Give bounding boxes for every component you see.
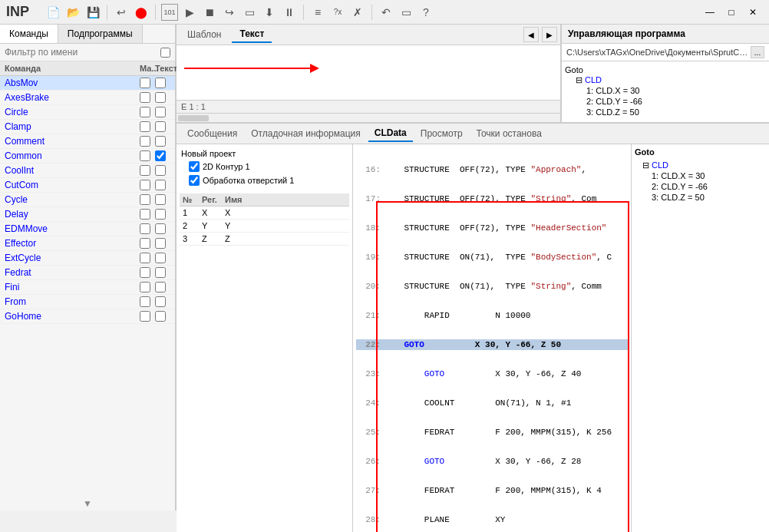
- cmd-name[interactable]: Cycle: [5, 194, 140, 205]
- open-file-icon[interactable]: 📂: [64, 4, 81, 21]
- tab-commands[interactable]: Команды: [0, 25, 58, 43]
- tab-cldata[interactable]: CLData: [368, 125, 413, 142]
- cmd-name[interactable]: Comment: [5, 136, 140, 147]
- cmd-text-check[interactable]: [155, 238, 166, 249]
- cmd-ma-check[interactable]: [140, 165, 150, 176]
- table-row[interactable]: Cycle: [0, 193, 175, 207]
- cmd-text-check[interactable]: [155, 194, 166, 205]
- cmd-ma-check[interactable]: [140, 136, 150, 147]
- cmd-name[interactable]: Delay: [5, 209, 140, 220]
- down-icon[interactable]: ⬇: [261, 4, 278, 21]
- proj-item-drill[interactable]: Обработка отверстий 1: [187, 173, 349, 187]
- filter-input[interactable]: [5, 47, 157, 58]
- scrollbar-thumb[interactable]: [178, 115, 209, 121]
- cmd-ma-check[interactable]: [140, 121, 150, 132]
- proj-item-2d[interactable]: 2D Контур 1: [187, 160, 349, 173]
- play-icon[interactable]: ▶: [181, 4, 198, 21]
- tree-label-cld[interactable]: CLD: [585, 75, 602, 84]
- cmd-ma-check[interactable]: [140, 253, 150, 263]
- help-icon[interactable]: ?: [418, 4, 434, 21]
- table-row[interactable]: GoHome: [0, 309, 175, 324]
- cmd-ma-check[interactable]: [140, 311, 150, 322]
- cmd-text-check[interactable]: [155, 282, 166, 292]
- table-row[interactable]: Common: [0, 149, 175, 164]
- stop-icon[interactable]: ⏹: [201, 4, 218, 21]
- cmd-text-check[interactable]: [155, 92, 166, 103]
- cmd-name[interactable]: Effector: [5, 238, 140, 249]
- cmd-ma-check[interactable]: [140, 78, 150, 88]
- list-icon[interactable]: ≡: [309, 4, 326, 21]
- rect2-icon[interactable]: ▭: [398, 4, 414, 21]
- program-path-browse-button[interactable]: ...: [751, 46, 764, 58]
- table-row[interactable]: AxesBrake: [0, 91, 175, 105]
- table-row[interactable]: From: [0, 295, 175, 309]
- cmd-name[interactable]: Circle: [5, 107, 140, 117]
- cmd-ma-check[interactable]: [140, 180, 150, 190]
- cmd-name[interactable]: AbsMov: [5, 78, 140, 88]
- cmd-text-check[interactable]: [155, 223, 166, 234]
- cmd-text-check[interactable]: [155, 311, 166, 322]
- close-x-icon[interactable]: ✗: [349, 4, 366, 21]
- table-row[interactable]: ExtCycle: [0, 251, 175, 266]
- tab-messages[interactable]: Сообщения: [181, 126, 243, 141]
- tab-template[interactable]: Шаблон: [180, 27, 229, 42]
- table-row[interactable]: AbsMov: [0, 76, 175, 91]
- table-row[interactable]: Comment: [0, 134, 175, 149]
- cmd-name[interactable]: Common: [5, 150, 140, 161]
- cmd-ma-check[interactable]: [140, 282, 150, 292]
- table-row[interactable]: Clamp: [0, 120, 175, 134]
- table-row[interactable]: EDMMove: [0, 222, 175, 236]
- qx-icon[interactable]: ?x: [329, 4, 346, 21]
- table-row[interactable]: Effector: [0, 236, 175, 251]
- cmd-name[interactable]: ExtCycle: [5, 253, 140, 263]
- table-row[interactable]: Fini: [0, 280, 175, 295]
- cmd-text-check[interactable]: [155, 165, 166, 176]
- goto-cld-label[interactable]: CLD: [652, 160, 668, 170]
- cmd-text-check[interactable]: [155, 253, 166, 263]
- table-row[interactable]: Fedrat: [0, 266, 175, 280]
- cmd-name[interactable]: Fini: [5, 282, 140, 292]
- cmd-ma-check[interactable]: [140, 238, 150, 249]
- cmd-text-check[interactable]: [155, 209, 166, 220]
- cmd-text-check[interactable]: [155, 150, 166, 161]
- editor-content[interactable]: [177, 45, 560, 100]
- new-file-icon[interactable]: 📄: [45, 4, 61, 21]
- minimize-button[interactable]: —: [700, 4, 720, 21]
- save-icon[interactable]: 💾: [84, 4, 101, 21]
- pause-icon[interactable]: ⏸: [281, 4, 298, 21]
- cmd-text-check[interactable]: [155, 296, 166, 307]
- cmd-name[interactable]: Fedrat: [5, 267, 140, 278]
- cmd-name[interactable]: CutCom: [5, 180, 140, 190]
- table-row[interactable]: Delay: [0, 207, 175, 222]
- tab-debug[interactable]: Отладочная информация: [245, 126, 367, 141]
- nav-forward-button[interactable]: ▶: [542, 27, 557, 42]
- tab-breakpoints[interactable]: Точки останова: [470, 126, 548, 141]
- cmd-name[interactable]: Clamp: [5, 121, 140, 132]
- filter-checkbox[interactable]: [160, 48, 170, 58]
- cmd-text-check[interactable]: [155, 267, 166, 278]
- cmd-name[interactable]: EDMMove: [5, 223, 140, 234]
- cmd-name[interactable]: From: [5, 296, 140, 307]
- rect-icon[interactable]: ▭: [241, 4, 258, 21]
- table-row[interactable]: CutCom: [0, 178, 175, 193]
- loop-icon[interactable]: ↪: [221, 4, 238, 21]
- undo-icon[interactable]: ↩: [113, 4, 130, 21]
- cmd-text-check[interactable]: [155, 121, 166, 132]
- back-icon[interactable]: ↶: [378, 4, 394, 21]
- cmd-text-check[interactable]: [155, 180, 166, 190]
- tab-subroutines[interactable]: Подпрограммы: [58, 25, 143, 43]
- cmd-ma-check[interactable]: [140, 296, 150, 307]
- table-row[interactable]: CoolInt: [0, 164, 175, 178]
- restore-button[interactable]: □: [721, 4, 741, 21]
- cmd-ma-check[interactable]: [140, 107, 150, 117]
- tab-text[interactable]: Текст: [232, 26, 272, 43]
- close-button[interactable]: ✕: [743, 4, 763, 21]
- proj-2d-check[interactable]: [189, 161, 200, 172]
- table-row[interactable]: Circle: [0, 105, 175, 120]
- nav-back-button[interactable]: ◀: [523, 27, 539, 42]
- cmd-name[interactable]: GoHome: [5, 311, 140, 322]
- code-icon[interactable]: 101: [161, 4, 178, 21]
- cmd-name[interactable]: AxesBrake: [5, 92, 140, 103]
- cmd-text-check[interactable]: [155, 136, 166, 147]
- proj-drill-check[interactable]: [189, 175, 200, 186]
